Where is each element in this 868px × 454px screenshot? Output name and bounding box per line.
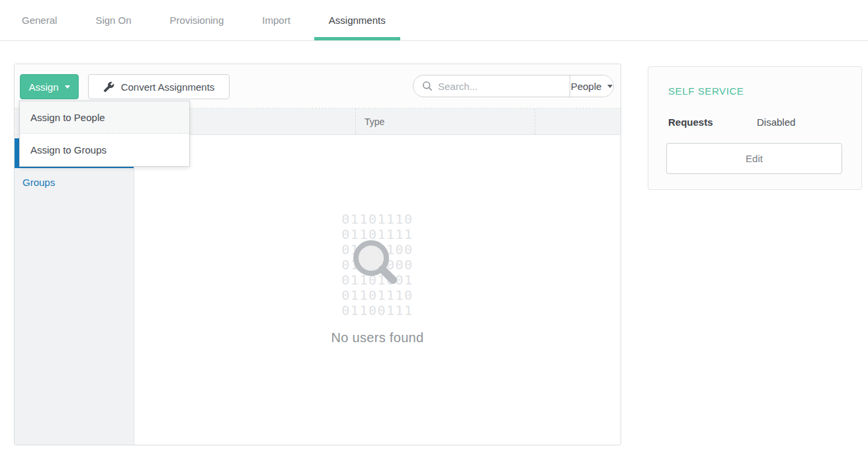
binary-line: 01100111 [134,303,621,318]
search-scope-dropdown[interactable]: People [570,75,613,97]
chevron-down-icon [65,85,70,89]
tab-general[interactable]: General [7,0,71,40]
assign-button-label: Assign [28,81,58,93]
search-input[interactable] [438,81,570,92]
empty-state-message: No users found [134,330,621,345]
binary-line: 01101110 [134,212,621,227]
chevron-down-icon [607,85,613,88]
assign-dropdown-menu: Assign to People Assign to Groups [19,101,190,167]
search-field-area [413,75,570,97]
tab-provisioning[interactable]: Provisioning [155,0,239,40]
self-service-panel: SELF SERVICE Requests Disabled Edit [648,66,862,190]
wrench-icon [103,81,114,93]
edit-button[interactable]: Edit [666,143,842,174]
requests-status-value: Disabled [757,116,795,128]
search-control: People [413,75,614,97]
tab-import[interactable]: Import [247,0,305,40]
tab-assignments[interactable]: Assignments [314,0,400,40]
assignment-filter-sidebar: Groups [15,135,134,445]
app-assignments-page: General Sign On Provisioning Import Assi… [0,0,868,454]
sidebar-item-groups[interactable]: Groups [15,168,134,196]
column-header-type: Type [355,109,535,134]
search-scope-label: People [571,81,602,92]
binary-line: 01101110 [134,288,621,303]
assign-button[interactable]: Assign [20,74,79,99]
convert-assignments-label: Convert Assignments [121,81,215,93]
requests-label: Requests [668,116,713,128]
magnifying-glass-icon [345,233,402,290]
menu-item-assign-to-people[interactable]: Assign to People [20,101,189,134]
app-tab-bar: General Sign On Provisioning Import Assi… [0,0,868,41]
convert-assignments-button[interactable]: Convert Assignments [88,74,230,99]
self-service-title: SELF SERVICE [668,85,744,97]
tab-sign-on[interactable]: Sign On [81,0,146,40]
menu-item-assign-to-groups[interactable]: Assign to Groups [20,134,189,166]
search-icon [422,81,433,91]
assignments-empty-state: 01101110 01101111 01110100 01101000 0110… [134,135,621,445]
